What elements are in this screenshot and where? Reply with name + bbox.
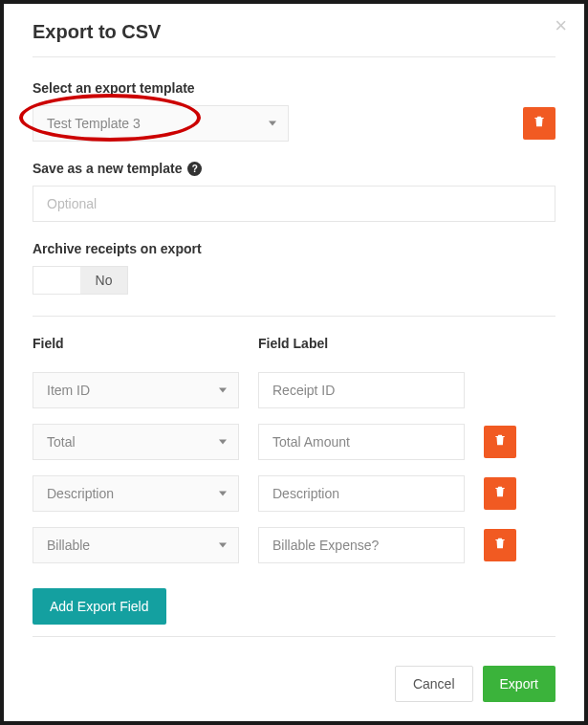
- save-template-row: [33, 186, 555, 222]
- field-select[interactable]: Description: [33, 475, 239, 512]
- delete-field-button[interactable]: [484, 477, 516, 510]
- field-select[interactable]: Total: [33, 424, 239, 460]
- label-column-header: Field Label: [258, 336, 465, 351]
- template-select[interactable]: Test Template 3: [33, 105, 289, 142]
- field-label-input[interactable]: [258, 475, 465, 512]
- field-label-input[interactable]: [258, 424, 465, 460]
- field-label-input[interactable]: [258, 372, 465, 408]
- field-label-input[interactable]: [258, 527, 465, 563]
- trash-icon: [493, 433, 507, 450]
- template-select-value: Test Template 3: [47, 116, 141, 131]
- help-icon[interactable]: ?: [187, 162, 202, 176]
- toggle-no[interactable]: No: [80, 267, 127, 294]
- field-column-header: Field: [33, 336, 239, 351]
- modal-footer: Cancel Export: [33, 666, 555, 702]
- field-grid: Field Field Label Item ID Total Descript…: [33, 336, 555, 563]
- modal-title: Export to CSV: [33, 21, 555, 43]
- export-modal: × Export to CSV Select an export templat…: [4, 4, 584, 721]
- export-button[interactable]: Export: [483, 666, 555, 702]
- trash-icon: [493, 537, 507, 554]
- template-select-label: Select an export template: [33, 80, 555, 96]
- trash-icon: [493, 485, 507, 502]
- save-template-label: Save as a new template ?: [33, 161, 555, 176]
- add-export-field-button[interactable]: Add Export Field: [33, 588, 166, 625]
- archive-toggle[interactable]: No: [33, 266, 128, 295]
- field-select[interactable]: Item ID: [33, 372, 239, 408]
- trash-icon: [533, 115, 546, 132]
- template-row: Test Template 3: [33, 105, 555, 142]
- divider: [33, 636, 555, 637]
- delete-field-button[interactable]: [484, 426, 516, 458]
- field-select[interactable]: Billable: [33, 527, 239, 563]
- delete-template-button[interactable]: [523, 107, 555, 140]
- divider: [33, 56, 555, 57]
- cancel-button[interactable]: Cancel: [395, 666, 473, 702]
- archive-label: Archive receipts on export: [33, 241, 555, 256]
- divider: [33, 316, 555, 317]
- close-button[interactable]: ×: [555, 15, 567, 36]
- delete-field-button[interactable]: [484, 529, 516, 561]
- save-template-input[interactable]: [33, 186, 555, 222]
- toggle-yes[interactable]: [33, 267, 80, 294]
